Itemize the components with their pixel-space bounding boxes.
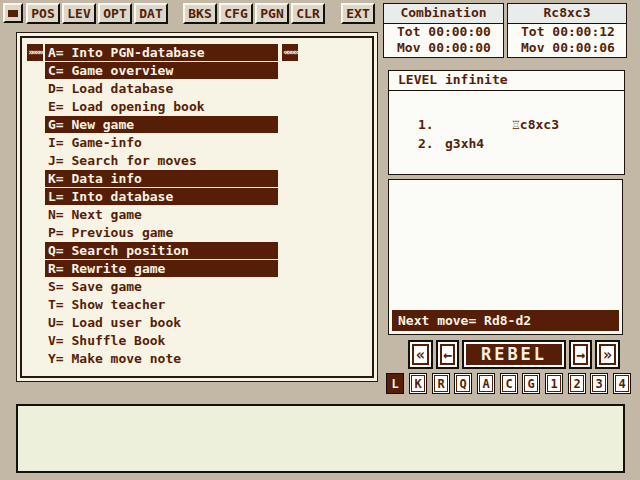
menu-item-data-info[interactable]: K= Data info (22, 170, 372, 188)
quick-button-4[interactable]: 4 (613, 373, 631, 394)
go-previous-button[interactable]: ← (436, 340, 459, 369)
menu-item-shuffle-book[interactable]: V= Shuffle Book (22, 332, 372, 350)
minimize-button[interactable] (3, 3, 23, 23)
clock-panel-last-move: Rc8xc3 Tot 00:00:12 Mov 00:00:06 (507, 3, 627, 58)
move-row: 1. ♖c8xc3 (389, 115, 624, 134)
menu-item-previous-game[interactable]: P= Previous game (22, 224, 372, 242)
menubar-button-clr[interactable]: CLR (291, 3, 325, 24)
clock-total-time: Tot 00:00:00 (384, 24, 503, 40)
quick-button-q[interactable]: Q (454, 373, 472, 394)
menubar-button-dat[interactable]: DAT (134, 3, 168, 24)
clock-panel-combination: Combination Tot 00:00:00 Mov 00:00:00 (383, 3, 504, 58)
menu-item-save-game[interactable]: S= Save game (22, 278, 372, 296)
menubar-button-pgn[interactable]: PGN (255, 3, 289, 24)
menu-item-game-overview[interactable]: C= Game overview (22, 62, 372, 80)
rebel-logo-button[interactable]: REBEL (462, 340, 566, 369)
menu-item-rewrite-game[interactable]: R= Rewrite game (22, 260, 372, 278)
menubar-button-opt[interactable]: OPT (98, 3, 132, 24)
menu-item-game-info[interactable]: I= Game-info (22, 134, 372, 152)
menubar-button-ext[interactable]: EXT (341, 3, 375, 24)
minimize-icon (8, 10, 18, 17)
level-panel: LEVEL infinite 1. ♖c8xc3 2. g3xh4 (388, 70, 625, 175)
move-row: 2. g3xh4 (389, 134, 624, 153)
black-move: ♖c8xc3 (512, 115, 559, 134)
quick-button-1[interactable]: 1 (545, 373, 563, 394)
level-title: LEVEL infinite (389, 71, 624, 91)
menu-item-into-pgn-database[interactable]: »»»» A= Into PGN-database «««« (22, 44, 372, 62)
move-number: 2. (418, 134, 445, 153)
command-menu-list: »»»» A= Into PGN-database «««« C= Game o… (20, 36, 374, 378)
rebel-chess-screen: POS LEV OPT DAT BKS CFG PGN CLR EXT »»»»… (0, 0, 640, 480)
quick-button-k[interactable]: K (409, 373, 427, 394)
move-number: 1. (418, 115, 445, 134)
move-list: 1. ♖c8xc3 2. g3xh4 (389, 91, 624, 153)
command-menu-panel: »»»» A= Into PGN-database «««« C= Game o… (16, 32, 378, 382)
menu-item-load-opening-book[interactable]: E= Load opening book (22, 98, 372, 116)
menubar-button-pos[interactable]: POS (26, 3, 60, 24)
menu-item-make-move-note[interactable]: Y= Make move note (22, 350, 372, 368)
next-move-status-bar: Next move= Rd8-d2 (392, 310, 619, 331)
go-last-button[interactable]: » (595, 340, 620, 369)
menu-item-load-user-book[interactable]: U= Load user book (22, 314, 372, 332)
quick-button-r[interactable]: R (432, 373, 450, 394)
menubar-button-lev[interactable]: LEV (62, 3, 96, 24)
clock-total-time: Tot 00:00:12 (508, 24, 626, 40)
menu-item-new-game[interactable]: G= New game (22, 116, 372, 134)
clock-title: Rc8xc3 (508, 4, 626, 24)
quick-button-2[interactable]: 2 (568, 373, 586, 394)
menu-item-into-database[interactable]: L= Into database (22, 188, 372, 206)
white-move (445, 115, 512, 134)
quick-button-g[interactable]: G (522, 373, 540, 394)
quick-button-a[interactable]: A (477, 373, 495, 394)
clock-move-time: Mov 00:00:06 (508, 40, 626, 56)
quick-button-l[interactable]: L (386, 373, 404, 394)
quick-button-3[interactable]: 3 (590, 373, 608, 394)
quick-button-c[interactable]: C (500, 373, 518, 394)
white-move: g3xh4 (445, 134, 512, 153)
selection-marker-right-icon: «««« (282, 44, 298, 61)
menubar-button-cfg[interactable]: CFG (219, 3, 253, 24)
menu-item-search-for-moves[interactable]: J= Search for moves (22, 152, 372, 170)
go-first-button[interactable]: « (408, 340, 433, 369)
menu-item-show-teacher[interactable]: T= Show teacher (22, 296, 372, 314)
message-panel (16, 404, 625, 473)
analysis-panel: Next move= Rd8-d2 (388, 179, 623, 335)
go-next-button[interactable]: → (569, 340, 592, 369)
menu-item-search-position[interactable]: Q= Search position (22, 242, 372, 260)
menubar-button-bks[interactable]: BKS (183, 3, 217, 24)
selection-marker-left-icon: »»»» (27, 44, 43, 61)
clock-move-time: Mov 00:00:00 (384, 40, 503, 56)
menu-item-load-database[interactable]: D= Load database (22, 80, 372, 98)
clock-title: Combination (384, 4, 503, 24)
menu-item-next-game[interactable]: N= Next game (22, 206, 372, 224)
